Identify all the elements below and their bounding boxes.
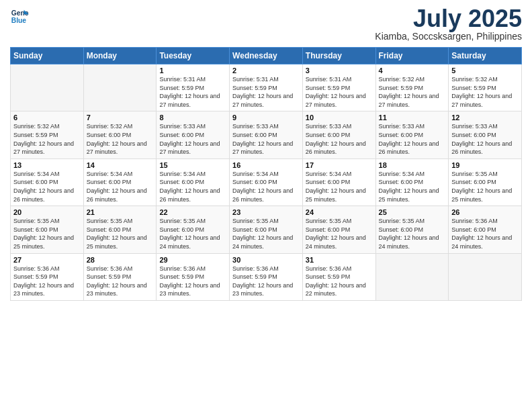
calendar-cell: 22Sunrise: 5:35 AM Sunset: 6:00 PM Dayli… <box>157 206 230 253</box>
day-info: Sunrise: 5:33 AM Sunset: 6:00 PM Dayligh… <box>451 122 519 156</box>
calendar-cell: 2Sunrise: 5:31 AM Sunset: 5:59 PM Daylig… <box>230 64 303 111</box>
calendar-cell: 13Sunrise: 5:34 AM Sunset: 6:00 PM Dayli… <box>11 158 84 205</box>
day-info: Sunrise: 5:33 AM Sunset: 6:00 PM Dayligh… <box>306 122 373 156</box>
day-number: 21 <box>87 208 154 216</box>
day-info: Sunrise: 5:32 AM Sunset: 6:00 PM Dayligh… <box>87 122 154 156</box>
calendar-cell: 30Sunrise: 5:36 AM Sunset: 5:59 PM Dayli… <box>230 253 303 300</box>
day-number: 9 <box>232 113 300 122</box>
day-number: 7 <box>87 113 154 122</box>
calendar-cell: 8Sunrise: 5:33 AM Sunset: 6:00 PM Daylig… <box>157 111 230 158</box>
calendar-cell: 19Sunrise: 5:35 AM Sunset: 6:00 PM Dayli… <box>449 158 522 205</box>
day-info: Sunrise: 5:33 AM Sunset: 6:00 PM Dayligh… <box>159 122 226 156</box>
calendar-week-row: 1Sunrise: 5:31 AM Sunset: 5:59 PM Daylig… <box>11 64 522 111</box>
calendar-cell: 4Sunrise: 5:32 AM Sunset: 5:59 PM Daylig… <box>375 64 449 111</box>
day-of-week-header: Tuesday <box>157 48 230 64</box>
day-of-week-header: Thursday <box>302 48 375 64</box>
day-info: Sunrise: 5:36 AM Sunset: 5:59 PM Dayligh… <box>232 265 300 298</box>
day-number: 11 <box>379 113 446 122</box>
day-info: Sunrise: 5:34 AM Sunset: 6:00 PM Dayligh… <box>379 170 446 203</box>
day-info: Sunrise: 5:35 AM Sunset: 6:00 PM Dayligh… <box>87 217 154 250</box>
day-info: Sunrise: 5:35 AM Sunset: 6:00 PM Dayligh… <box>451 170 519 203</box>
calendar-week-row: 27Sunrise: 5:36 AM Sunset: 5:59 PM Dayli… <box>11 253 522 300</box>
calendar-cell: 11Sunrise: 5:33 AM Sunset: 6:00 PM Dayli… <box>375 111 449 158</box>
day-info: Sunrise: 5:32 AM Sunset: 5:59 PM Dayligh… <box>451 75 519 109</box>
day-number: 17 <box>306 161 373 169</box>
day-number: 29 <box>159 256 226 264</box>
calendar-cell: 7Sunrise: 5:32 AM Sunset: 6:00 PM Daylig… <box>83 111 157 158</box>
day-number: 27 <box>13 256 81 264</box>
day-number: 4 <box>379 66 446 75</box>
day-number: 22 <box>159 208 226 216</box>
calendar-cell: 14Sunrise: 5:34 AM Sunset: 6:00 PM Dayli… <box>83 158 157 205</box>
day-number: 25 <box>379 208 446 216</box>
day-number: 20 <box>13 208 81 216</box>
day-info: Sunrise: 5:34 AM Sunset: 6:00 PM Dayligh… <box>232 170 300 203</box>
calendar-week-row: 20Sunrise: 5:35 AM Sunset: 6:00 PM Dayli… <box>11 206 522 253</box>
calendar-cell <box>83 64 157 111</box>
calendar-cell: 23Sunrise: 5:35 AM Sunset: 6:00 PM Dayli… <box>230 206 303 253</box>
calendar-header-row: SundayMondayTuesdayWednesdayThursdayFrid… <box>11 48 522 64</box>
calendar-cell: 16Sunrise: 5:34 AM Sunset: 6:00 PM Dayli… <box>230 158 303 205</box>
location-title: Kiamba, Soccsksargen, Philippines <box>375 31 522 42</box>
calendar-cell: 1Sunrise: 5:31 AM Sunset: 5:59 PM Daylig… <box>157 64 230 111</box>
day-number: 8 <box>159 113 226 122</box>
calendar-cell: 20Sunrise: 5:35 AM Sunset: 6:00 PM Dayli… <box>11 206 84 253</box>
calendar-cell: 25Sunrise: 5:35 AM Sunset: 6:00 PM Dayli… <box>375 206 449 253</box>
calendar-week-row: 6Sunrise: 5:32 AM Sunset: 5:59 PM Daylig… <box>11 111 522 158</box>
calendar-cell: 10Sunrise: 5:33 AM Sunset: 6:00 PM Dayli… <box>302 111 375 158</box>
month-title: July 2025 <box>375 7 522 31</box>
day-number: 14 <box>87 161 154 169</box>
page-header: General Blue July 2025 Kiamba, Soccsksar… <box>10 7 522 42</box>
calendar-cell: 3Sunrise: 5:31 AM Sunset: 5:59 PM Daylig… <box>302 64 375 111</box>
day-info: Sunrise: 5:36 AM Sunset: 5:59 PM Dayligh… <box>306 265 373 298</box>
calendar-table: SundayMondayTuesdayWednesdayThursdayFrid… <box>10 47 522 301</box>
day-info: Sunrise: 5:36 AM Sunset: 5:59 PM Dayligh… <box>87 265 154 298</box>
day-number: 3 <box>306 66 373 75</box>
day-info: Sunrise: 5:31 AM Sunset: 5:59 PM Dayligh… <box>306 75 373 109</box>
day-number: 13 <box>13 161 81 169</box>
day-number: 28 <box>87 256 154 264</box>
logo: General Blue <box>10 7 29 26</box>
day-info: Sunrise: 5:35 AM Sunset: 6:00 PM Dayligh… <box>306 217 373 250</box>
day-number: 24 <box>306 208 373 216</box>
calendar-cell: 21Sunrise: 5:35 AM Sunset: 6:00 PM Dayli… <box>83 206 157 253</box>
day-info: Sunrise: 5:35 AM Sunset: 6:00 PM Dayligh… <box>232 217 300 250</box>
day-of-week-header: Sunday <box>11 48 84 64</box>
day-number: 1 <box>159 66 226 75</box>
day-of-week-header: Saturday <box>449 48 522 64</box>
logo-icon: General Blue <box>10 7 29 26</box>
day-number: 26 <box>451 208 519 216</box>
day-number: 12 <box>451 113 519 122</box>
calendar-cell: 9Sunrise: 5:33 AM Sunset: 6:00 PM Daylig… <box>230 111 303 158</box>
day-info: Sunrise: 5:35 AM Sunset: 6:00 PM Dayligh… <box>159 217 226 250</box>
calendar-cell: 6Sunrise: 5:32 AM Sunset: 5:59 PM Daylig… <box>11 111 84 158</box>
day-number: 5 <box>451 66 519 75</box>
day-info: Sunrise: 5:33 AM Sunset: 6:00 PM Dayligh… <box>232 122 300 156</box>
calendar-cell: 28Sunrise: 5:36 AM Sunset: 5:59 PM Dayli… <box>83 253 157 300</box>
day-number: 2 <box>232 66 300 75</box>
day-info: Sunrise: 5:34 AM Sunset: 6:00 PM Dayligh… <box>306 170 373 203</box>
calendar-cell: 31Sunrise: 5:36 AM Sunset: 5:59 PM Dayli… <box>302 253 375 300</box>
day-info: Sunrise: 5:34 AM Sunset: 6:00 PM Dayligh… <box>159 170 226 203</box>
day-info: Sunrise: 5:36 AM Sunset: 6:00 PM Dayligh… <box>451 217 519 250</box>
day-number: 19 <box>451 161 519 169</box>
day-of-week-header: Wednesday <box>230 48 303 64</box>
calendar-cell: 27Sunrise: 5:36 AM Sunset: 5:59 PM Dayli… <box>11 253 84 300</box>
calendar-cell: 29Sunrise: 5:36 AM Sunset: 5:59 PM Dayli… <box>157 253 230 300</box>
calendar-cell <box>11 64 84 111</box>
day-number: 18 <box>379 161 446 169</box>
calendar-cell: 17Sunrise: 5:34 AM Sunset: 6:00 PM Dayli… <box>302 158 375 205</box>
day-number: 6 <box>13 113 81 122</box>
day-info: Sunrise: 5:34 AM Sunset: 6:00 PM Dayligh… <box>13 170 81 203</box>
day-of-week-header: Monday <box>83 48 157 64</box>
day-number: 15 <box>159 161 226 169</box>
day-info: Sunrise: 5:31 AM Sunset: 5:59 PM Dayligh… <box>159 75 226 109</box>
calendar-cell <box>375 253 449 300</box>
day-info: Sunrise: 5:36 AM Sunset: 5:59 PM Dayligh… <box>159 265 226 298</box>
day-info: Sunrise: 5:35 AM Sunset: 6:00 PM Dayligh… <box>379 217 446 250</box>
calendar-cell: 12Sunrise: 5:33 AM Sunset: 6:00 PM Dayli… <box>449 111 522 158</box>
day-info: Sunrise: 5:34 AM Sunset: 6:00 PM Dayligh… <box>87 170 154 203</box>
day-info: Sunrise: 5:31 AM Sunset: 5:59 PM Dayligh… <box>232 75 300 109</box>
calendar-cell: 18Sunrise: 5:34 AM Sunset: 6:00 PM Dayli… <box>375 158 449 205</box>
calendar-cell: 24Sunrise: 5:35 AM Sunset: 6:00 PM Dayli… <box>302 206 375 253</box>
